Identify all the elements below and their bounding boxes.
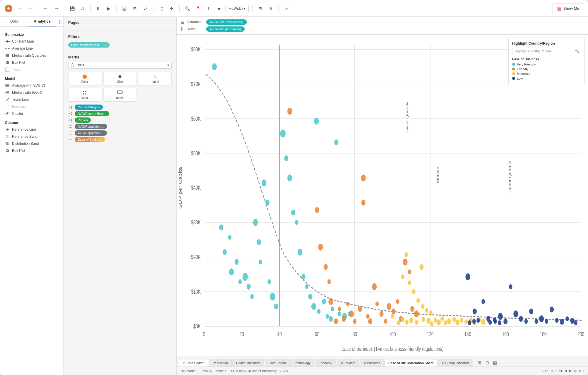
svg-point-213	[468, 320, 471, 325]
show-me-button[interactable]: ▦ Show Me	[552, 4, 584, 13]
svg-text:0: 0	[203, 331, 205, 337]
reference-band-item[interactable]: Reference Band	[0, 133, 63, 140]
field-row-region: Region	[68, 117, 172, 123]
color-block-status[interactable]: ▪	[583, 369, 584, 373]
redo-button[interactable]: ↪	[52, 4, 61, 13]
svg-point-177	[455, 319, 460, 325]
nav-first[interactable]: |◀	[559, 369, 562, 373]
list-icon-status[interactable]: ≡	[579, 369, 581, 373]
sep2	[64, 5, 64, 12]
moderate-dot	[512, 72, 515, 75]
svg-point-214	[472, 319, 476, 324]
svg-point-96	[223, 249, 227, 255]
svg-text:GDP per Capita: GDP per Capita	[178, 167, 183, 209]
tab-global-indicators-label: Global Indicators	[445, 361, 470, 365]
svg-point-121	[311, 303, 316, 310]
trend-line-item[interactable]: Trend Line	[0, 96, 63, 103]
toolbar: ✦ ← → ↩ ↪ 💾 🖨 ⏸ ▶ 📊 ⊞ ⇄ ⬚ ✥ 🔍 📍 T ★ Fit …	[0, 0, 588, 17]
reference-line-item[interactable]: Reference Line	[0, 126, 63, 133]
svg-point-149	[375, 302, 379, 307]
avg-ease-biz-pill[interactable]: AVG(Ease of Busi...	[75, 111, 109, 116]
grid-icon-status[interactable]: ⊞	[574, 369, 577, 373]
grid-button[interactable]: ⊞	[256, 4, 264, 13]
bar-chart-button[interactable]: 📊	[120, 4, 128, 13]
pop2-field-icon	[68, 131, 73, 135]
tab-analytics[interactable]: Analytics	[28, 17, 56, 26]
box-plot2-item[interactable]: Box Plot	[0, 147, 63, 154]
pause-button[interactable]: ⏸	[94, 4, 102, 13]
tab-technology[interactable]: Technology	[290, 359, 314, 366]
color-button[interactable]: Color	[68, 72, 101, 85]
dimension-info: 1 row by 1 column	[200, 369, 226, 373]
play-button[interactable]: ▶	[105, 4, 113, 13]
distribution-band-item[interactable]: Distribution Band	[0, 140, 63, 147]
country-region-pill[interactable]: Country/Region	[75, 105, 103, 110]
filter-remove-icon[interactable]: ✕	[104, 43, 107, 47]
select-button[interactable]: ⬚	[157, 4, 165, 13]
svg-point-110	[270, 293, 275, 301]
size-button[interactable]: Size	[103, 72, 136, 85]
median-ci-item[interactable]: Median with 95% CI	[0, 89, 63, 96]
detail-button[interactable]: Detail	[68, 88, 101, 102]
svg-point-156	[403, 258, 407, 265]
zoom-button[interactable]: 🔍	[183, 4, 191, 13]
box-plot-item[interactable]: Box Plot	[0, 59, 63, 66]
monitor-button[interactable]: 🖥	[267, 4, 275, 13]
pin-button[interactable]: 📍	[194, 4, 202, 13]
status-bar: 183 marks 1 row by 1 column SUM of AVG(E…	[177, 366, 588, 375]
fit-width-button[interactable]: Fit Width ▾	[225, 5, 249, 12]
nav-prev[interactable]: ◀	[564, 369, 567, 373]
back-button[interactable]: ←	[16, 4, 24, 13]
svg-point-124	[322, 299, 326, 305]
tab-care-spend[interactable]: Care Spend	[265, 359, 290, 366]
undo-button[interactable]: ↩	[42, 4, 50, 13]
rows-pill[interactable]: AVG(GDP per Capita)	[206, 26, 245, 32]
svg-point-16	[6, 113, 7, 115]
median-quartiles-item[interactable]: Median with Quartiles	[0, 52, 63, 59]
svg-point-183	[481, 319, 485, 325]
text-button[interactable]: T	[204, 4, 213, 13]
tab-health-indicators[interactable]: Health Indicators	[232, 359, 264, 366]
tab-data[interactable]: Data	[0, 17, 28, 26]
tab-economy[interactable]: Economy	[315, 359, 336, 366]
save-button[interactable]: 💾	[68, 4, 76, 13]
marks-type-dropdown[interactable]: Circle ▾	[68, 62, 172, 69]
tab-population[interactable]: Population	[209, 359, 232, 366]
tab-ease-biz-correlation[interactable]: Ease of Biz Correlation Sheet	[385, 359, 437, 366]
share-button[interactable]: ⎇	[282, 4, 290, 13]
svg-point-108	[265, 200, 270, 206]
swap-button[interactable]: ⇄	[141, 4, 150, 13]
avg-pop1-pill[interactable]: AVG(Population ...	[75, 124, 107, 129]
nav-next[interactable]: ▶	[569, 369, 572, 373]
average-line-item[interactable]: Average Line	[0, 45, 63, 52]
tab-data-source[interactable]: ⊡ Data Source	[179, 359, 208, 366]
columns-pill[interactable]: AVG(Ease of Business)	[206, 19, 247, 25]
film-view-button[interactable]: ▦	[492, 359, 498, 366]
cluster-item[interactable]: Cluster	[0, 110, 63, 117]
box-plot2-label: Box Plot	[12, 149, 25, 153]
highlight-search[interactable]	[512, 48, 581, 54]
collapse-panel-button[interactable]: ❯	[56, 17, 63, 26]
grid-view-button[interactable]: ⊟	[484, 359, 490, 366]
svg-point-33	[85, 91, 86, 92]
forward-button[interactable]: →	[26, 4, 34, 13]
chart-wrapper: $0K $10K $20K $30K $40K $50K $60K $70K $…	[177, 35, 588, 356]
constant-line-item[interactable]: Constant Line	[0, 38, 63, 45]
tab-business[interactable]: ⊞ Business	[360, 359, 384, 366]
avg-pop2-pill[interactable]: AVG(Population ...	[75, 130, 107, 136]
pan-button[interactable]: ✥	[168, 4, 176, 13]
region-pill[interactable]: Region	[75, 117, 91, 123]
filter-pill[interactable]: Ease of Business (cl... ✕	[68, 42, 110, 48]
ease-business-color-pill[interactable]: Ease of Busine...	[75, 137, 105, 142]
svg-point-118	[301, 274, 305, 280]
table-button[interactable]: ⊞	[131, 4, 139, 13]
print-button[interactable]: 🖨	[78, 4, 87, 13]
label-button[interactable]: A Label	[139, 72, 172, 85]
star-button[interactable]: ★	[215, 4, 223, 13]
tab-tourism[interactable]: ⊞ Tourism	[337, 359, 359, 366]
tooltip-button[interactable]: Tooltip	[103, 88, 136, 102]
svg-point-209	[560, 319, 564, 325]
avg-ci-item[interactable]: Average with 95% CI	[0, 82, 63, 89]
tab-global-indicators[interactable]: ⊞ Global Indicators	[438, 359, 474, 366]
add-sheet-button[interactable]: ⊞	[476, 359, 483, 366]
